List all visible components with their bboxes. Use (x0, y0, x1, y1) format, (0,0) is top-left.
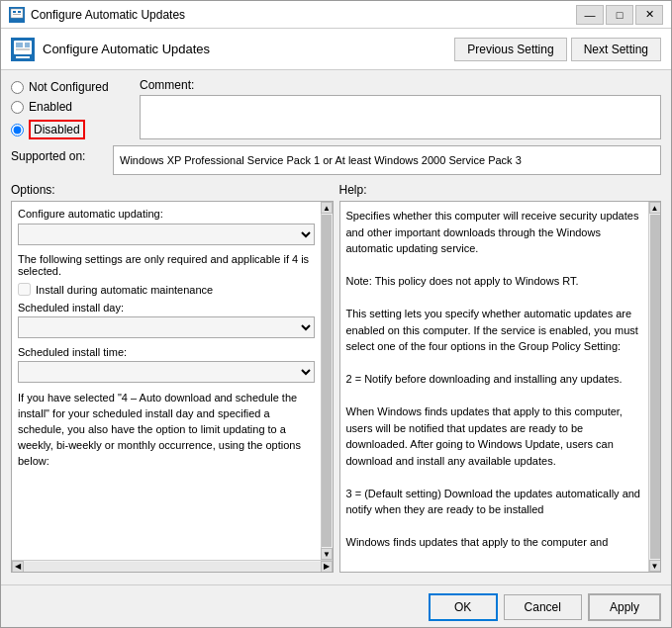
scheduled-time-dropdown[interactable] (18, 361, 315, 383)
title-bar-left: Configure Automatic Updates (9, 7, 185, 23)
supported-text: Windows XP Professional Service Pack 1 o… (120, 154, 522, 166)
next-setting-button[interactable]: Next Setting (571, 38, 661, 61)
install-maintenance-label: Install during automatic maintenance (36, 284, 213, 296)
svg-rect-1 (13, 11, 16, 13)
options-hscroll-left[interactable]: ◀ (12, 561, 24, 573)
supported-label: Supported on: (11, 145, 105, 163)
options-hscroll-track (24, 562, 321, 572)
prev-setting-button[interactable]: Previous Setting (454, 38, 566, 61)
not-configured-radio[interactable] (11, 81, 24, 94)
configure-updating-label: Configure automatic updating: (18, 208, 315, 220)
header-title: Configure Automatic Updates (43, 42, 210, 56)
svg-rect-6 (16, 43, 23, 47)
scheduled-day-dropdown[interactable] (18, 316, 315, 338)
help-inner: Specifies whether this computer will rec… (340, 202, 661, 572)
svg-rect-2 (18, 11, 21, 13)
radio-section: Not Configured Enabled Disabled (11, 78, 140, 139)
header-icon (11, 38, 35, 61)
supported-row: Supported on: Windows XP Professional Se… (11, 145, 661, 175)
options-box: Configure automatic updating: The follow… (11, 201, 334, 573)
header-icon-title: Configure Automatic Updates (11, 38, 210, 61)
install-maintenance-row: Install during automatic maintenance (18, 283, 315, 296)
svg-rect-8 (16, 48, 30, 50)
close-button[interactable]: ✕ (635, 5, 663, 25)
disabled-label: Disabled (29, 120, 85, 139)
bottom-buttons: OK Cancel Apply (1, 584, 671, 627)
maximize-button[interactable]: □ (606, 5, 633, 25)
main-window: Configure Automatic Updates — □ ✕ Config… (0, 0, 672, 628)
not-configured-radio-label[interactable]: Not Configured (11, 80, 140, 94)
comment-textarea[interactable] (140, 95, 661, 139)
install-maintenance-checkbox[interactable] (18, 283, 31, 296)
minimize-button[interactable]: — (576, 5, 604, 25)
main-content: Not Configured Enabled Disabled Comment:… (1, 70, 671, 581)
disabled-radio[interactable] (11, 124, 24, 136)
window-icon (9, 7, 25, 23)
options-scroll-down[interactable]: ▼ (321, 548, 333, 560)
title-bar-text: Configure Automatic Updates (31, 8, 185, 22)
svg-rect-0 (11, 9, 23, 18)
cancel-button[interactable]: Cancel (504, 594, 582, 620)
help-text: Specifies whether this computer will rec… (340, 202, 649, 572)
header-buttons: Previous Setting Next Setting (454, 38, 661, 61)
svg-rect-7 (25, 43, 30, 47)
options-column: Options: Configure automatic updating: T… (11, 183, 334, 573)
help-scrollbar[interactable]: ▲ ▼ (648, 202, 660, 572)
svg-rect-3 (13, 14, 21, 15)
help-scroll-down[interactable]: ▼ (649, 560, 661, 572)
enabled-radio-label[interactable]: Enabled (11, 100, 140, 114)
options-hscrollbar[interactable]: ◀ ▶ (12, 560, 333, 572)
top-section: Not Configured Enabled Disabled Comment: (11, 78, 661, 139)
disabled-radio-label[interactable]: Disabled (11, 120, 140, 139)
options-inner: Configure automatic updating: The follow… (12, 202, 333, 560)
help-section-label: Help: (339, 183, 662, 197)
options-scroll-thumb[interactable] (322, 215, 332, 547)
help-scroll-up[interactable]: ▲ (649, 202, 661, 214)
comment-label: Comment: (140, 78, 661, 92)
scheduled-time-label: Scheduled install time: (18, 346, 315, 358)
options-scroll-up[interactable]: ▲ (321, 202, 333, 214)
help-box: Specifies whether this computer will rec… (339, 201, 662, 573)
enabled-radio[interactable] (11, 101, 24, 114)
help-column: Help: Specifies whether this computer wi… (339, 183, 662, 573)
options-note: The following settings are only required… (18, 253, 315, 277)
scheduled-day-label: Scheduled install day: (18, 302, 315, 314)
options-description: If you have selected "4 – Auto download … (18, 391, 315, 470)
options-section-label: Options: (11, 183, 334, 197)
two-columns: Options: Configure automatic updating: T… (11, 183, 661, 573)
not-configured-label: Not Configured (29, 80, 109, 94)
help-scroll-thumb[interactable] (650, 215, 660, 559)
options-content: Configure automatic updating: The follow… (12, 202, 321, 560)
options-scrollbar[interactable]: ▲ ▼ (321, 202, 333, 560)
title-bar-controls: — □ ✕ (576, 5, 663, 25)
title-bar: Configure Automatic Updates — □ ✕ (1, 1, 671, 29)
supported-value: Windows XP Professional Service Pack 1 o… (113, 145, 661, 175)
enabled-label: Enabled (29, 100, 72, 114)
apply-button[interactable]: Apply (588, 593, 661, 621)
configure-dropdown[interactable] (18, 224, 315, 245)
svg-rect-9 (16, 56, 30, 58)
ok-button[interactable]: OK (429, 593, 498, 621)
comment-section: Comment: (140, 78, 661, 139)
header-bar: Configure Automatic Updates Previous Set… (1, 29, 671, 70)
options-hscroll-right[interactable]: ▶ (321, 561, 333, 573)
